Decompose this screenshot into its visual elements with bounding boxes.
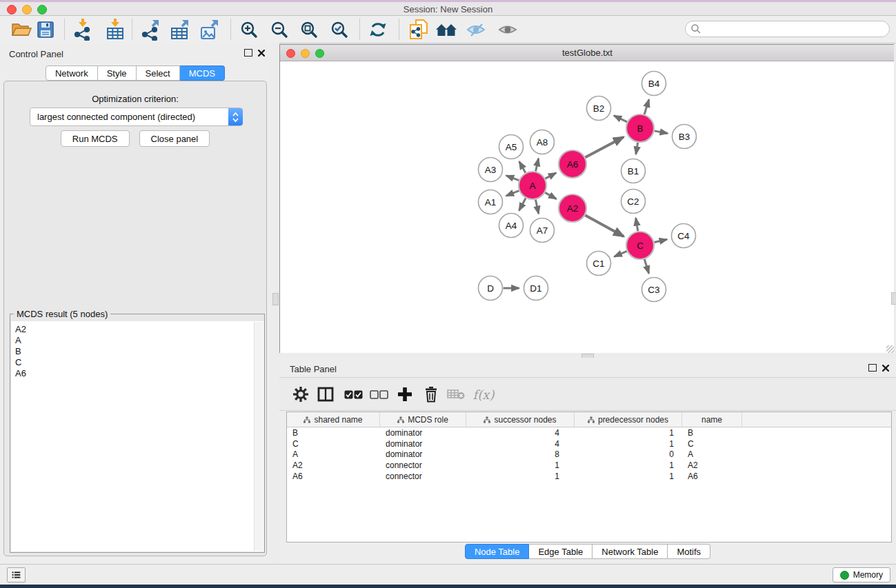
- table-cell[interactable]: 0: [575, 449, 682, 460]
- zoom-selected-button[interactable]: [328, 19, 351, 41]
- table-cell[interactable]: 4: [466, 438, 575, 449]
- table-row[interactable]: Bdominator41B: [287, 427, 891, 438]
- function-builder-button[interactable]: f(x): [468, 383, 499, 405]
- save-session-button[interactable]: [34, 19, 57, 41]
- import-network-button[interactable]: [71, 19, 94, 41]
- graph-edge-C-C4[interactable]: [654, 239, 667, 242]
- table-cell[interactable]: 1: [575, 427, 682, 438]
- graph-node-B3[interactable]: B3: [673, 125, 697, 149]
- mcds-result-item[interactable]: A2: [15, 324, 263, 335]
- zoom-in-button[interactable]: [237, 19, 261, 41]
- graph-node-B1[interactable]: B1: [621, 159, 646, 183]
- network-canvas[interactable]: B4B2BB3A8A5A6B1A3AC2A1A2A4A7C4CC1C3DD1: [280, 61, 893, 353]
- new-network-from-selection-button[interactable]: [407, 19, 430, 41]
- graph-node-D[interactable]: D: [479, 276, 503, 301]
- mcds-result-item[interactable]: A6: [15, 368, 263, 379]
- task-history-button[interactable]: [7, 567, 26, 582]
- table-cell[interactable]: 1: [575, 471, 682, 482]
- graph-edge-A-A4[interactable]: [519, 199, 526, 211]
- resize-grip-icon[interactable]: [886, 345, 894, 353]
- show-columns-button[interactable]: [315, 383, 337, 405]
- graph-edge-A-A2[interactable]: [545, 192, 556, 199]
- graph-node-A8[interactable]: A8: [530, 130, 555, 154]
- graph-node-B4[interactable]: B4: [642, 72, 666, 96]
- zoom-out-button[interactable]: [268, 19, 291, 41]
- mcds-result-list[interactable]: A2ABCA6: [11, 321, 263, 551]
- graph-edge-B-B1[interactable]: [636, 143, 638, 154]
- export-table-button[interactable]: [168, 19, 192, 41]
- close-panel-icon[interactable]: [882, 365, 889, 372]
- tab-network[interactable]: Network: [46, 65, 98, 81]
- table-cell[interactable]: 1: [466, 460, 575, 471]
- graph-node-B[interactable]: B: [626, 114, 654, 142]
- tab-mcds[interactable]: MCDS: [180, 65, 225, 81]
- graph-node-C1[interactable]: C1: [587, 252, 611, 276]
- graph-node-A4[interactable]: A4: [499, 214, 524, 238]
- float-panel-icon[interactable]: [868, 364, 877, 372]
- table-cell[interactable]: connector: [380, 460, 466, 471]
- graph-node-B2[interactable]: B2: [587, 97, 611, 121]
- splitter-grip[interactable]: [272, 293, 279, 305]
- table-row[interactable]: Cdominator41C: [287, 438, 891, 449]
- tab-edge-table[interactable]: Edge Table: [529, 544, 593, 559]
- graph-node-A6[interactable]: A6: [559, 150, 586, 178]
- tab-select[interactable]: Select: [137, 65, 180, 81]
- show-all-button[interactable]: [496, 19, 519, 41]
- add-row-button[interactable]: [394, 383, 416, 405]
- mcds-result-item[interactable]: B: [15, 346, 263, 357]
- graph-node-C2[interactable]: C2: [621, 190, 646, 214]
- import-table-button[interactable]: [103, 19, 127, 41]
- table-cell[interactable]: C: [287, 438, 380, 449]
- graph-node-A7[interactable]: A7: [530, 219, 555, 243]
- tab-network-table[interactable]: Network Table: [593, 544, 668, 559]
- graph-node-C[interactable]: C: [626, 232, 654, 259]
- table-cell[interactable]: A2: [682, 460, 742, 471]
- graph-edge-A-A6[interactable]: [546, 173, 557, 179]
- table-cell[interactable]: dominator: [380, 427, 466, 438]
- graph-node-D1[interactable]: D1: [524, 276, 548, 301]
- tab-motifs[interactable]: Motifs: [668, 544, 710, 559]
- column-header-name[interactable]: name: [682, 412, 742, 427]
- table-cell[interactable]: dominator: [380, 438, 466, 449]
- hide-selected-button[interactable]: [465, 19, 488, 41]
- mcds-result-item[interactable]: A: [15, 335, 263, 346]
- graph-edge-C-C3[interactable]: [644, 259, 648, 274]
- select-all-button[interactable]: [342, 383, 364, 405]
- search-input[interactable]: [685, 21, 890, 37]
- tab-node-table[interactable]: Node Table: [465, 544, 530, 559]
- table-cell[interactable]: 1: [466, 471, 575, 482]
- splitter-grip[interactable]: [891, 292, 896, 305]
- table-settings-button[interactable]: [290, 383, 312, 405]
- graph-node-C4[interactable]: C4: [672, 224, 696, 248]
- column-header-mcds-role[interactable]: MCDS role: [380, 412, 466, 427]
- table-cell[interactable]: 4: [466, 427, 575, 438]
- table-cell[interactable]: A6: [287, 471, 380, 482]
- delete-row-button[interactable]: [420, 383, 442, 405]
- vertical-splitter[interactable]: [270, 43, 279, 564]
- result-scrollbar[interactable]: [254, 322, 263, 551]
- table-cell[interactable]: A: [682, 449, 742, 460]
- horizontal-splitter[interactable]: [279, 353, 896, 358]
- column-header-predecessor-nodes[interactable]: predecessor nodes: [575, 412, 682, 427]
- table-cell[interactable]: C: [682, 438, 742, 449]
- table-cell[interactable]: A2: [287, 460, 380, 471]
- criterion-dropdown[interactable]: largest connected component (directed): [30, 108, 243, 126]
- graph-node-A2[interactable]: A2: [559, 194, 586, 222]
- graph-edge-A-A8[interactable]: [536, 159, 539, 172]
- table-cell[interactable]: B: [287, 427, 380, 438]
- table-cell[interactable]: 1: [575, 438, 682, 449]
- table-row[interactable]: Adominator80A: [287, 449, 891, 460]
- graph-node-A1[interactable]: A1: [479, 190, 503, 214]
- table-cell[interactable]: 1: [575, 460, 682, 471]
- export-image-button[interactable]: [198, 19, 221, 41]
- table-cell[interactable]: 8: [466, 449, 575, 460]
- close-panel-button[interactable]: Close panel: [139, 130, 210, 147]
- refresh-view-button[interactable]: [366, 19, 390, 41]
- graph-node-A3[interactable]: A3: [479, 158, 503, 182]
- home-button[interactable]: [435, 19, 458, 41]
- graph-edge-B-B4[interactable]: [644, 99, 649, 114]
- delete-table-button[interactable]: [445, 383, 467, 405]
- table-cell[interactable]: dominator: [380, 449, 466, 460]
- graph-node-A[interactable]: A: [519, 172, 546, 199]
- session-titlebar[interactable]: Session: New Session: [0, 2, 896, 16]
